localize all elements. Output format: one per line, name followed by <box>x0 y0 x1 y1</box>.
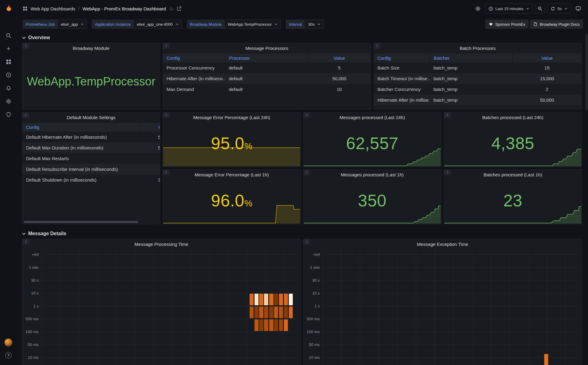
explore-compass-icon[interactable] <box>4 70 13 80</box>
panel-title[interactable]: Message Processing Time <box>22 239 300 250</box>
variable-value-dropdown[interactable]: elixir_app <box>58 20 87 29</box>
zoom-out-button[interactable] <box>535 4 545 13</box>
panel-stat-error-1h: i Message Error Percentage (Last 1h) 96.… <box>163 169 301 224</box>
table-row: Hibernate After (in milliseco… default 5… <box>163 73 371 84</box>
chevron-down-icon <box>176 23 179 25</box>
kiosk-monitor-icon[interactable] <box>573 4 583 13</box>
variable-value-dropdown[interactable]: elixir_app_one:4000 <box>134 20 182 29</box>
panel-title[interactable]: Message Processors <box>163 43 371 54</box>
info-icon[interactable]: i <box>303 239 310 245</box>
info-icon[interactable]: i <box>303 112 310 118</box>
cell-config: Processor Concurrency <box>163 62 225 73</box>
info-icon[interactable]: i <box>444 112 451 118</box>
info-icon[interactable]: i <box>22 112 29 118</box>
sponsor-promex-button[interactable]: Sponsor PromEx <box>485 20 529 29</box>
column-header[interactable]: Config <box>163 54 225 62</box>
breadcrumb-folder[interactable]: Web App Dashboards <box>31 6 75 11</box>
variable-label: Application Instance <box>92 20 134 29</box>
heart-icon <box>489 22 493 26</box>
help-icon[interactable]: ? <box>4 350 13 360</box>
chevron-down-icon <box>22 233 26 235</box>
panel-stat-batches-processed-24h: i Batches processed (Last 24h) 4,385 <box>444 112 582 167</box>
variable-prometheus-job: Prometheus Job elixir_app <box>23 20 87 29</box>
column-header[interactable]: Value <box>513 54 581 62</box>
search-icon[interactable] <box>4 31 13 40</box>
cell-value: 2 <box>513 84 581 95</box>
cell-value: 30 <box>140 175 160 185</box>
stat-value: 23 <box>503 191 522 210</box>
column-header[interactable]: Value <box>308 54 370 62</box>
row-header-message-details[interactable]: Message Details <box>22 228 582 239</box>
cell-value: 15,000 <box>513 73 581 84</box>
grafana-logo[interactable] <box>4 4 13 13</box>
share-icon[interactable] <box>177 6 182 11</box>
breadcrumb-dashboard-title[interactable]: WebApp - PromEx Broadway Dashboard <box>83 6 166 11</box>
cell-batcher: batch_temp <box>430 95 513 105</box>
stat-value: 4,385 <box>491 134 534 153</box>
panel-title[interactable]: Message Exception Time <box>303 239 582 250</box>
time-range-picker[interactable]: Last 15 minutes <box>485 4 533 13</box>
panel-title[interactable]: Default Module Settings <box>22 112 160 123</box>
user-avatar[interactable] <box>4 337 13 347</box>
panel-message-exception-time: i Message Exception Time +Inf1 min30 s10… <box>303 239 582 365</box>
panel-title[interactable]: Messages processed (Last 1h) <box>303 170 441 180</box>
panel-title[interactable]: Broadway Module <box>22 43 160 54</box>
cell-value: 5 <box>308 62 370 73</box>
table-row: Default Max Restarts <box>22 153 160 164</box>
info-icon[interactable]: i <box>374 43 381 49</box>
panel-stat-batches-processed-1h: i Batches processed (Last 1h) 23 <box>444 169 582 224</box>
info-icon[interactable]: i <box>303 170 310 175</box>
cell-config: Default Hibernate After (in milliseconds… <box>22 132 140 142</box>
info-icon[interactable]: i <box>22 43 29 49</box>
stat-body: 4,385 <box>444 123 582 164</box>
admin-shield-icon[interactable] <box>4 110 13 119</box>
stat-value: 62,557 <box>346 134 398 153</box>
row-header-overview[interactable]: Overview <box>22 32 582 43</box>
info-icon[interactable]: i <box>444 170 451 175</box>
panel-stat-messages-processed-24h: i Messages processed (Last 24h) 62,557 <box>303 112 441 167</box>
panel-title[interactable]: Batches processed (Last 24h) <box>444 112 582 123</box>
broadway-plugin-docs-button[interactable]: Broadway Plugin Docs <box>530 20 583 29</box>
dashboard-settings-gear-icon[interactable] <box>473 4 483 13</box>
document-icon <box>533 22 537 26</box>
info-icon[interactable]: i <box>163 43 170 49</box>
cell-config: Max Demand <box>163 84 225 95</box>
cell-value: 50 <box>140 132 160 142</box>
column-header[interactable]: Value <box>140 123 160 132</box>
panel-message-processors: i Message Processors Config Processor Va… <box>163 43 371 110</box>
variable-value-dropdown[interactable]: WebApp.TempProcessor <box>225 20 281 29</box>
vertical-scrollbar[interactable] <box>586 34 587 110</box>
star-icon[interactable]: ☆ <box>169 6 174 11</box>
cell-value: 5 <box>140 142 160 153</box>
variable-value: WebApp.TempProcessor <box>228 22 272 27</box>
dashboards-icon[interactable] <box>4 57 13 67</box>
info-icon[interactable]: i <box>163 112 170 118</box>
horizontal-scrollbar[interactable] <box>24 221 138 223</box>
info-icon[interactable]: i <box>163 170 170 175</box>
cell-config: Default Resubscribe Interval (in millise… <box>22 164 140 175</box>
alerting-bell-icon[interactable] <box>4 83 13 93</box>
message-details-row: i Message Processing Time +Inf1 min30 s1… <box>22 239 582 365</box>
column-header[interactable]: Config <box>374 54 430 62</box>
heatmap-exception-time: +Inf1 min30 s10 s1 s500 ms100 ms50 ms10 … <box>306 250 579 365</box>
panel-title[interactable]: Messages processed (Last 24h) <box>303 112 441 123</box>
cell-value: 50,000 <box>308 73 370 84</box>
stat-value: 96.0 <box>211 191 244 210</box>
variable-value-dropdown[interactable]: 30s <box>305 20 324 29</box>
apps-grid-icon <box>23 6 28 11</box>
cell-value <box>140 164 160 175</box>
create-icon[interactable]: + <box>4 44 13 54</box>
column-header[interactable]: Processor <box>225 54 308 62</box>
panel-title[interactable]: Batches processed (Last 1h) <box>444 170 582 180</box>
panel-title[interactable]: Message Error Percentage (Last 1h) <box>163 170 300 180</box>
column-header[interactable]: Batcher <box>430 54 513 62</box>
configuration-gear-icon[interactable] <box>4 96 13 106</box>
panel-title[interactable]: Batch Processors <box>374 43 582 54</box>
dashboard-canvas: Overview i Broadway Module WebApp.TempPr… <box>17 32 588 365</box>
stat-body: 62,557 <box>303 123 441 164</box>
column-header[interactable]: Config <box>22 123 140 132</box>
refresh-button[interactable]: 5s <box>547 4 571 13</box>
info-icon[interactable]: i <box>22 239 29 245</box>
stat-value: 350 <box>358 191 386 210</box>
panel-title[interactable]: Message Error Percentage (Last 24h) <box>163 112 300 123</box>
